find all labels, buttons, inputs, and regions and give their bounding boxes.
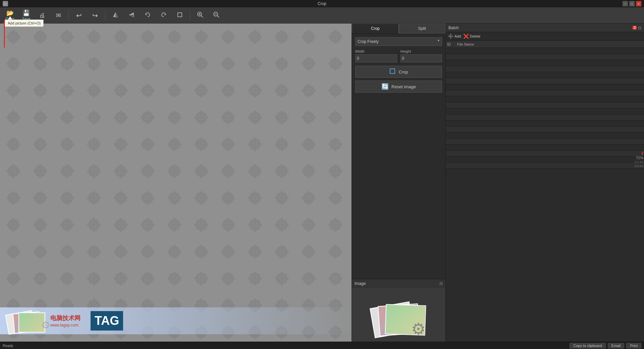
rotate-left-icon xyxy=(144,11,151,19)
batch-collapse[interactable]: ⊟ xyxy=(638,26,641,30)
height-group: Height 0 xyxy=(400,49,442,62)
print-icon: 🖨 xyxy=(39,12,45,18)
svg-marker-5 xyxy=(164,13,166,15)
add-label: Add xyxy=(454,34,461,38)
batch-row-4 xyxy=(446,66,644,72)
email-status-button[interactable]: Email xyxy=(608,343,625,348)
window-controls: − □ ✕ xyxy=(623,1,641,6)
zoom-in-button[interactable] xyxy=(193,9,208,22)
add-icon: ➕ xyxy=(448,34,453,39)
image-panel-header: Image ⊟ xyxy=(352,279,445,288)
batch-badge: 2 xyxy=(633,26,637,30)
toolbar: 📂 Open 💾 Save 🖨 ✉ ↩ ↪ xyxy=(0,7,644,23)
crop-mode-row: Crop Freely Custom Size Fixed Ratio xyxy=(355,37,442,46)
svg-line-8 xyxy=(201,16,203,18)
crop-button-label: Crop xyxy=(398,69,408,74)
reset-button-icon: 🔄 xyxy=(381,83,389,90)
batch-row-6 xyxy=(446,78,644,84)
delete-icon: ❌ xyxy=(463,34,469,39)
batch-delete-button[interactable]: ❌ Delete xyxy=(463,34,481,39)
batch-add-button[interactable]: ➕ Add xyxy=(448,34,461,39)
flip-vertical-icon xyxy=(128,11,135,19)
reset-image-button[interactable]: 🔄 Reset image xyxy=(355,81,442,93)
restore-button[interactable]: □ xyxy=(629,1,635,6)
status-bar: Ready Copy to clipboard Email Print xyxy=(0,342,644,349)
flip-horizontal-icon xyxy=(112,11,119,19)
crop-mode-dropdown[interactable]: Crop Freely Custom Size Fixed Ratio xyxy=(355,37,442,46)
svg-marker-4 xyxy=(146,13,147,15)
batch-row-11 xyxy=(446,108,644,114)
image-panel-title: Image xyxy=(355,281,366,286)
batch-row-17 xyxy=(446,145,644,151)
svg-rect-6 xyxy=(178,13,182,17)
svg-marker-1 xyxy=(115,12,118,17)
print-status-button[interactable]: Print xyxy=(626,343,641,348)
crop-split-tabs: Crop Split xyxy=(352,23,445,34)
crop-mode-dropdown-wrapper: Crop Freely Custom Size Fixed Ratio xyxy=(355,37,442,46)
rotate-right-button[interactable] xyxy=(156,9,171,22)
copy-clipboard-button[interactable]: Copy to clipboard xyxy=(570,343,606,348)
open-tooltip: Add picture (Ctrl+O) xyxy=(5,19,44,27)
batch-row-13 xyxy=(446,120,644,127)
zoom-out-button[interactable] xyxy=(209,9,224,22)
tooltip-arrow xyxy=(8,16,12,19)
height-label: Height xyxy=(400,49,442,53)
image-panel: Image ⊟ ⚙ xyxy=(352,279,445,342)
close-button[interactable]: ✕ xyxy=(636,1,641,6)
rotate-left-button[interactable] xyxy=(140,9,155,22)
flip-h-button[interactable] xyxy=(108,9,123,22)
minimize-button[interactable]: − xyxy=(623,1,628,6)
image-preview: ⚙ xyxy=(352,288,445,342)
batch-row-7 xyxy=(446,84,644,90)
svg-marker-0 xyxy=(113,12,115,17)
batch-panel: Batch 2 ⊟ ➕ Add ❌ Delete ID File Name xyxy=(445,23,644,342)
image-panel-collapse[interactable]: ⊟ xyxy=(439,281,443,286)
svg-rect-23 xyxy=(0,23,352,342)
right-panel: Crop Split Crop Freely Custom Size Fixed… xyxy=(352,23,445,342)
app-icon: ✂ xyxy=(3,1,8,6)
email-icon: ✉ xyxy=(56,12,61,18)
undo-button[interactable]: ↩ xyxy=(71,9,86,22)
batch-row-15 xyxy=(446,133,644,139)
batch-row-9 xyxy=(446,96,644,102)
width-input[interactable]: 0 xyxy=(355,54,397,62)
window-title: Crop xyxy=(318,1,326,6)
height-input[interactable]: 0 xyxy=(400,54,442,62)
stats-display: 2 71% 0.1 Ks 0.0 Ks xyxy=(635,151,643,168)
batch-row-10 xyxy=(446,102,644,108)
email-button[interactable]: ✉ xyxy=(51,9,66,22)
crop-button[interactable]: Crop xyxy=(355,66,442,78)
canvas-background xyxy=(0,23,352,342)
redo-button[interactable]: ↪ xyxy=(88,9,102,22)
width-label: Width xyxy=(355,49,397,53)
batch-row-8 xyxy=(446,90,644,96)
crop-tool-button[interactable] xyxy=(172,9,187,22)
status-text: Ready xyxy=(3,344,13,348)
batch-actions: ➕ Add ❌ Delete xyxy=(446,32,644,41)
stat-badge: 2 xyxy=(641,151,643,155)
svg-line-12 xyxy=(217,16,219,18)
status-buttons: Copy to clipboard Email Print xyxy=(570,343,641,348)
crop-button-icon xyxy=(389,68,396,76)
canvas-area[interactable]: ⚙ 电脑技术网 www.tagxp.com TAG xyxy=(0,23,352,342)
batch-row-18 xyxy=(446,151,644,157)
zoom-in-icon xyxy=(197,11,204,19)
save-icon: 💾 xyxy=(22,10,30,16)
batch-row-5 xyxy=(446,72,644,78)
batch-row-1 xyxy=(446,48,644,54)
flip-v-button[interactable] xyxy=(124,9,139,22)
batch-table-rows xyxy=(446,48,644,342)
col-filename-header: File Name xyxy=(457,42,643,46)
dimensions-row: Width 0 Height 0 xyxy=(355,49,442,62)
batch-table-header: ID File Name xyxy=(446,41,644,48)
stat-val2: 0.0 Ks xyxy=(635,164,643,168)
svg-marker-2 xyxy=(129,12,134,15)
width-group: Width 0 xyxy=(355,49,397,62)
toolbar-separator-3 xyxy=(190,10,190,20)
tab-split[interactable]: Split xyxy=(399,23,446,34)
tab-crop[interactable]: Crop xyxy=(352,23,399,34)
title-bar: ✂ Crop − □ ✕ xyxy=(0,0,644,7)
panel-content: Crop Freely Custom Size Fixed Ratio Widt… xyxy=(352,34,445,279)
batch-row-2 xyxy=(446,54,644,60)
batch-header: Batch 2 ⊟ xyxy=(446,23,644,32)
